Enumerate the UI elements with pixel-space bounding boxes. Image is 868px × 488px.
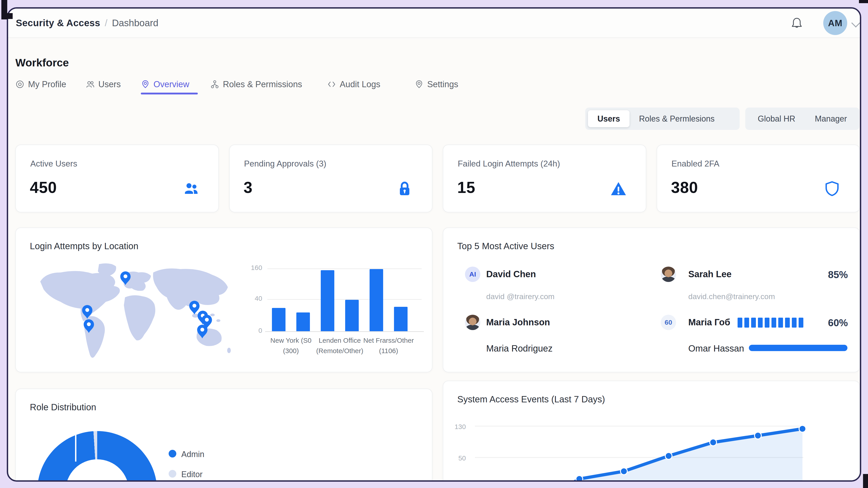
card-title: Login Attempts by Location [30,241,138,251]
stat-value: 3 [244,178,253,197]
gridline [268,299,422,300]
card-title: Role Distribution [30,402,96,412]
bar [321,270,334,331]
warning-icon [610,180,627,197]
chevron-down-icon[interactable] [851,19,860,28]
breadcrumb-page[interactable]: Dashboard [112,18,158,29]
tab-label: Overview [153,79,189,89]
system-access-line-chart [443,381,860,482]
stat-label: Pending Approvals (3) [244,159,327,168]
avatar-initials: 60 [664,319,672,326]
y-axis-tick: 0 [242,327,262,334]
user-email: david.chen@trainery.com [688,292,775,301]
lock-icon [396,180,413,197]
user-name[interactable]: Maria Rodriguez [486,344,553,354]
stat-label: Enabled 2FA [672,159,719,168]
avatar-initials: AI [469,270,476,278]
filter-group-users-roles: Users Roles & Permlesions [585,107,740,130]
tab-overview[interactable]: Overview [141,76,189,92]
filter-users[interactable]: Users [588,110,629,127]
user-name[interactable]: David Chen [486,269,536,279]
notifications-bell-icon[interactable] [790,17,803,30]
top-active-users-card: Top 5 Most Active Users AI David Chen da… [443,228,860,372]
stat-card-pending-approvals: Pending Approvals (3) 3 [229,144,433,213]
legend-dot-editor [168,470,176,478]
gridline [268,268,422,269]
bar [370,269,383,331]
user-name[interactable]: Omar Hassan [688,344,744,354]
app-window: Security & Access / Dashboard AM Workfor… [7,7,861,482]
progress-blocks [738,317,803,328]
top-bar: Security & Access / Dashboard AM [8,8,860,38]
user-percent: 85% [805,269,848,281]
avatar-sarah-lee[interactable] [661,267,676,282]
tab-label: Roles & Permissions [223,79,302,89]
breadcrumb-separator: / [105,18,107,29]
x-axis-label: Net Frarss/Other(1106) [350,335,427,356]
avatar-david-chen[interactable]: AI [465,267,480,282]
tab-audit-logs[interactable]: Audit Logs [327,76,380,92]
user-name[interactable]: Sarah Lee [688,269,732,279]
donut-divider [75,431,76,462]
tab-bar: My Profile Users Overview Roles & Permis… [8,76,860,94]
bar [272,308,285,331]
tab-label: Users [98,79,121,89]
user-avatar-initials: AM [828,18,842,28]
stat-card-failed-logins: Failed Login Attempts (24h) 15 [443,144,646,213]
filter-roles-permissions[interactable]: Roles & Permlesions [629,110,724,127]
system-access-events-card: System Access Events (Last 7 Days) 130 5… [443,381,860,482]
middle-card-row: Login Attempts by Location 160400New Yor… [16,228,860,372]
world-map [24,260,241,368]
tab-settings[interactable]: Settings [414,76,458,92]
screen-corner-artifact [1,13,13,19]
bar [394,307,408,331]
tab-label: My Profile [28,79,66,89]
legend-dot-admin [168,450,176,457]
legend-label-admin: Admin [181,450,204,459]
screen-corner-artifact [863,474,868,488]
tab-roles-permissions[interactable]: Roles & Permissions [210,76,302,92]
avatar-numeric[interactable]: 60 [661,315,676,330]
filter-manager[interactable]: Manager [805,110,857,127]
y-axis-tick: 160 [242,264,262,271]
stat-card-enabled-2fa: Enabled 2FA 380 [657,144,860,213]
stat-label: Active Users [30,159,77,168]
role-donut-chart [37,431,157,482]
avatar-maria-johnson[interactable] [465,315,480,330]
breadcrumb-section[interactable]: Security & Access [16,18,100,29]
active-tab-underline [141,93,198,94]
users-icon [183,180,199,197]
filter-global-hr[interactable]: Global HR [748,110,805,127]
screen-corner-artifact [859,0,868,3]
tab-label: Settings [427,79,458,89]
user-email: david @trairery.com [486,292,555,301]
stat-card-row: Active Users 450 Pending Approvals (3) 3… [16,144,860,213]
user-percent: 60% [805,317,848,328]
tab-label: Audit Logs [340,79,380,89]
progress-bar [749,345,847,351]
login-attempts-card: Login Attempts by Location 160400New Yor… [16,228,432,372]
card-title: Top 5 Most Active Users [457,241,554,251]
page-title: Workforce [16,57,69,69]
stat-value: 380 [671,178,698,197]
map-pin-icon [189,301,199,315]
role-distribution-card: Role Distribution Admin Editor [16,389,432,482]
user-name[interactable]: Maria Johnson [486,317,550,327]
x-axis [265,331,424,332]
user-avatar[interactable]: AM [823,11,847,35]
user-name[interactable]: Maria Гоб [688,317,730,327]
stat-label: Failed Login Attempts (24h) [458,159,560,168]
stat-card-active-users: Active Users 450 [16,144,219,213]
filter-group-scope: Global HR Manager [745,107,860,130]
shield-icon [824,180,840,197]
tab-my-profile[interactable]: My Profile [16,76,66,92]
stat-value: 450 [30,178,57,197]
tab-users[interactable]: Users [86,76,121,92]
stat-value: 15 [457,178,475,197]
legend-label-editor: Editor [181,470,203,479]
breadcrumb: Security & Access / Dashboard [16,8,158,37]
bar [345,300,359,331]
y-axis-tick: 40 [242,295,262,302]
bar [296,313,310,331]
